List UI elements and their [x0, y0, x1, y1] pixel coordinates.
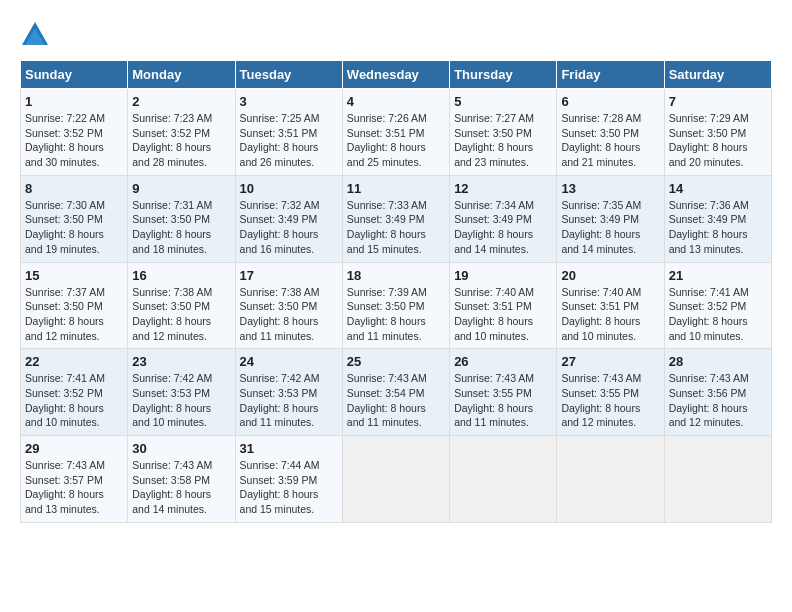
day-cell-14: 14 Sunrise: 7:36 AMSunset: 3:49 PMDaylig…	[664, 175, 771, 262]
day-cell-19: 19 Sunrise: 7:40 AMSunset: 3:51 PMDaylig…	[450, 262, 557, 349]
weekday-header-thursday: Thursday	[450, 61, 557, 89]
day-number: 25	[347, 354, 445, 369]
day-info: Sunrise: 7:28 AMSunset: 3:50 PMDaylight:…	[561, 112, 641, 168]
day-number: 26	[454, 354, 552, 369]
day-cell-17: 17 Sunrise: 7:38 AMSunset: 3:50 PMDaylig…	[235, 262, 342, 349]
day-info: Sunrise: 7:22 AMSunset: 3:52 PMDaylight:…	[25, 112, 105, 168]
logo-icon	[20, 20, 50, 50]
day-cell-9: 9 Sunrise: 7:31 AMSunset: 3:50 PMDayligh…	[128, 175, 235, 262]
day-info: Sunrise: 7:26 AMSunset: 3:51 PMDaylight:…	[347, 112, 427, 168]
day-cell-8: 8 Sunrise: 7:30 AMSunset: 3:50 PMDayligh…	[21, 175, 128, 262]
day-info: Sunrise: 7:42 AMSunset: 3:53 PMDaylight:…	[132, 372, 212, 428]
empty-day-cell	[342, 436, 449, 523]
day-number: 30	[132, 441, 230, 456]
day-cell-10: 10 Sunrise: 7:32 AMSunset: 3:49 PMDaylig…	[235, 175, 342, 262]
day-cell-30: 30 Sunrise: 7:43 AMSunset: 3:58 PMDaylig…	[128, 436, 235, 523]
day-info: Sunrise: 7:39 AMSunset: 3:50 PMDaylight:…	[347, 286, 427, 342]
day-number: 12	[454, 181, 552, 196]
day-cell-4: 4 Sunrise: 7:26 AMSunset: 3:51 PMDayligh…	[342, 89, 449, 176]
day-cell-12: 12 Sunrise: 7:34 AMSunset: 3:49 PMDaylig…	[450, 175, 557, 262]
day-info: Sunrise: 7:43 AMSunset: 3:55 PMDaylight:…	[561, 372, 641, 428]
day-info: Sunrise: 7:41 AMSunset: 3:52 PMDaylight:…	[669, 286, 749, 342]
day-number: 7	[669, 94, 767, 109]
day-cell-31: 31 Sunrise: 7:44 AMSunset: 3:59 PMDaylig…	[235, 436, 342, 523]
day-number: 4	[347, 94, 445, 109]
day-number: 6	[561, 94, 659, 109]
calendar-week-row: 8 Sunrise: 7:30 AMSunset: 3:50 PMDayligh…	[21, 175, 772, 262]
calendar-week-row: 15 Sunrise: 7:37 AMSunset: 3:50 PMDaylig…	[21, 262, 772, 349]
day-number: 21	[669, 268, 767, 283]
day-number: 23	[132, 354, 230, 369]
logo	[20, 20, 55, 50]
day-number: 16	[132, 268, 230, 283]
day-info: Sunrise: 7:27 AMSunset: 3:50 PMDaylight:…	[454, 112, 534, 168]
day-info: Sunrise: 7:40 AMSunset: 3:51 PMDaylight:…	[561, 286, 641, 342]
day-info: Sunrise: 7:42 AMSunset: 3:53 PMDaylight:…	[240, 372, 320, 428]
day-cell-22: 22 Sunrise: 7:41 AMSunset: 3:52 PMDaylig…	[21, 349, 128, 436]
day-cell-21: 21 Sunrise: 7:41 AMSunset: 3:52 PMDaylig…	[664, 262, 771, 349]
day-cell-28: 28 Sunrise: 7:43 AMSunset: 3:56 PMDaylig…	[664, 349, 771, 436]
day-info: Sunrise: 7:40 AMSunset: 3:51 PMDaylight:…	[454, 286, 534, 342]
day-number: 22	[25, 354, 123, 369]
day-number: 19	[454, 268, 552, 283]
day-cell-26: 26 Sunrise: 7:43 AMSunset: 3:55 PMDaylig…	[450, 349, 557, 436]
day-info: Sunrise: 7:37 AMSunset: 3:50 PMDaylight:…	[25, 286, 105, 342]
day-info: Sunrise: 7:30 AMSunset: 3:50 PMDaylight:…	[25, 199, 105, 255]
weekday-header-wednesday: Wednesday	[342, 61, 449, 89]
day-info: Sunrise: 7:29 AMSunset: 3:50 PMDaylight:…	[669, 112, 749, 168]
day-cell-1: 1 Sunrise: 7:22 AMSunset: 3:52 PMDayligh…	[21, 89, 128, 176]
day-cell-27: 27 Sunrise: 7:43 AMSunset: 3:55 PMDaylig…	[557, 349, 664, 436]
day-number: 20	[561, 268, 659, 283]
day-number: 27	[561, 354, 659, 369]
day-number: 13	[561, 181, 659, 196]
day-info: Sunrise: 7:34 AMSunset: 3:49 PMDaylight:…	[454, 199, 534, 255]
day-info: Sunrise: 7:43 AMSunset: 3:57 PMDaylight:…	[25, 459, 105, 515]
day-info: Sunrise: 7:43 AMSunset: 3:55 PMDaylight:…	[454, 372, 534, 428]
day-number: 5	[454, 94, 552, 109]
day-cell-11: 11 Sunrise: 7:33 AMSunset: 3:49 PMDaylig…	[342, 175, 449, 262]
day-number: 9	[132, 181, 230, 196]
weekday-header-tuesday: Tuesday	[235, 61, 342, 89]
day-cell-29: 29 Sunrise: 7:43 AMSunset: 3:57 PMDaylig…	[21, 436, 128, 523]
weekday-header-monday: Monday	[128, 61, 235, 89]
day-cell-5: 5 Sunrise: 7:27 AMSunset: 3:50 PMDayligh…	[450, 89, 557, 176]
day-number: 18	[347, 268, 445, 283]
empty-day-cell	[664, 436, 771, 523]
day-number: 17	[240, 268, 338, 283]
day-info: Sunrise: 7:35 AMSunset: 3:49 PMDaylight:…	[561, 199, 641, 255]
day-info: Sunrise: 7:23 AMSunset: 3:52 PMDaylight:…	[132, 112, 212, 168]
day-info: Sunrise: 7:32 AMSunset: 3:49 PMDaylight:…	[240, 199, 320, 255]
day-info: Sunrise: 7:44 AMSunset: 3:59 PMDaylight:…	[240, 459, 320, 515]
day-info: Sunrise: 7:43 AMSunset: 3:56 PMDaylight:…	[669, 372, 749, 428]
weekday-header-saturday: Saturday	[664, 61, 771, 89]
day-info: Sunrise: 7:31 AMSunset: 3:50 PMDaylight:…	[132, 199, 212, 255]
calendar-week-row: 29 Sunrise: 7:43 AMSunset: 3:57 PMDaylig…	[21, 436, 772, 523]
day-cell-13: 13 Sunrise: 7:35 AMSunset: 3:49 PMDaylig…	[557, 175, 664, 262]
day-info: Sunrise: 7:43 AMSunset: 3:54 PMDaylight:…	[347, 372, 427, 428]
day-number: 28	[669, 354, 767, 369]
day-cell-23: 23 Sunrise: 7:42 AMSunset: 3:53 PMDaylig…	[128, 349, 235, 436]
day-number: 31	[240, 441, 338, 456]
day-number: 15	[25, 268, 123, 283]
day-cell-24: 24 Sunrise: 7:42 AMSunset: 3:53 PMDaylig…	[235, 349, 342, 436]
weekday-header-row: SundayMondayTuesdayWednesdayThursdayFrid…	[21, 61, 772, 89]
empty-day-cell	[557, 436, 664, 523]
weekday-header-friday: Friday	[557, 61, 664, 89]
day-number: 11	[347, 181, 445, 196]
day-cell-7: 7 Sunrise: 7:29 AMSunset: 3:50 PMDayligh…	[664, 89, 771, 176]
day-number: 29	[25, 441, 123, 456]
day-info: Sunrise: 7:43 AMSunset: 3:58 PMDaylight:…	[132, 459, 212, 515]
calendar-week-row: 22 Sunrise: 7:41 AMSunset: 3:52 PMDaylig…	[21, 349, 772, 436]
day-info: Sunrise: 7:25 AMSunset: 3:51 PMDaylight:…	[240, 112, 320, 168]
day-info: Sunrise: 7:38 AMSunset: 3:50 PMDaylight:…	[240, 286, 320, 342]
day-cell-20: 20 Sunrise: 7:40 AMSunset: 3:51 PMDaylig…	[557, 262, 664, 349]
calendar-table: SundayMondayTuesdayWednesdayThursdayFrid…	[20, 60, 772, 523]
empty-day-cell	[450, 436, 557, 523]
day-info: Sunrise: 7:36 AMSunset: 3:49 PMDaylight:…	[669, 199, 749, 255]
day-info: Sunrise: 7:38 AMSunset: 3:50 PMDaylight:…	[132, 286, 212, 342]
day-cell-15: 15 Sunrise: 7:37 AMSunset: 3:50 PMDaylig…	[21, 262, 128, 349]
calendar-week-row: 1 Sunrise: 7:22 AMSunset: 3:52 PMDayligh…	[21, 89, 772, 176]
day-number: 2	[132, 94, 230, 109]
day-cell-3: 3 Sunrise: 7:25 AMSunset: 3:51 PMDayligh…	[235, 89, 342, 176]
page-header	[20, 20, 772, 50]
